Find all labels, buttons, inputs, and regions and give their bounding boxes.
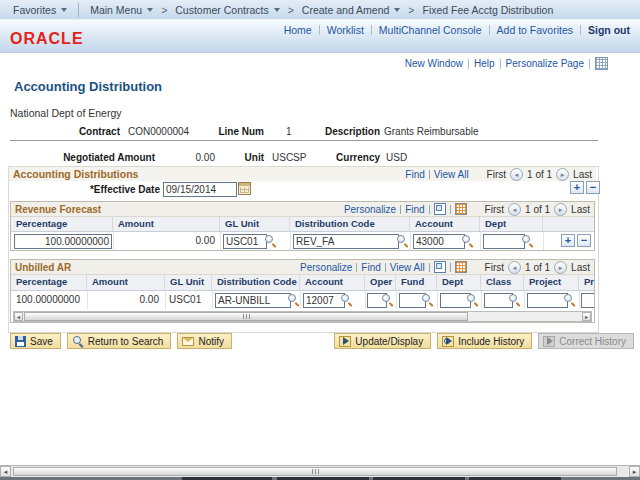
personalize-link[interactable]: Personalize	[300, 262, 352, 273]
lookup-magnifier-icon[interactable]	[288, 294, 300, 306]
home-link[interactable]: Home	[284, 24, 312, 36]
peoplesoft-window: Favorites Main Menu > Customer Contracts…	[0, 0, 640, 480]
lookup-magnifier-icon[interactable]	[341, 294, 353, 306]
update-display-icon	[339, 336, 351, 347]
scrollbar-thumb[interactable]	[24, 312, 468, 321]
chevron-down-icon	[274, 8, 280, 12]
view-all-link[interactable]: View All	[390, 262, 425, 273]
personalize-page-link[interactable]: Personalize Page	[506, 58, 584, 69]
save-icon	[15, 336, 26, 347]
last-label: Last	[571, 204, 590, 215]
lookup-magnifier-icon[interactable]	[422, 294, 434, 306]
scroll-right-icon[interactable]: ▸	[629, 466, 640, 477]
unbilled-prod-input[interactable]	[581, 293, 595, 308]
next-row-icon[interactable]: ▸	[556, 168, 569, 181]
add-row-button[interactable]: +	[570, 181, 584, 194]
zoom-popup-icon[interactable]	[434, 261, 446, 273]
col-header-project: Project	[524, 275, 579, 290]
next-row-icon[interactable]: ▸	[554, 203, 567, 216]
unbilled-percentage-value: 100.00000000	[16, 292, 80, 308]
notify-button[interactable]: Notify	[177, 333, 232, 349]
prev-row-icon[interactable]: ◂	[510, 168, 523, 181]
revenue-percentage-input[interactable]	[14, 234, 112, 249]
personalize-link[interactable]: Personalize	[344, 204, 396, 215]
lookup-magnifier-icon[interactable]	[265, 235, 277, 247]
delete-row-button[interactable]: −	[577, 234, 591, 247]
revenue-distribution-code-input[interactable]	[293, 234, 399, 249]
unbilled-distribution-code-input[interactable]	[215, 293, 291, 308]
divider	[400, 205, 401, 214]
negotiated-amount-label: Negotiated Amount	[20, 152, 155, 163]
page-utility-links: New Window Help Personalize Page	[405, 57, 608, 70]
grid-title: Unbilled AR	[15, 262, 71, 273]
find-link[interactable]: Find	[361, 262, 380, 273]
download-grid-icon[interactable]	[455, 261, 467, 273]
unbilled-account-input[interactable]	[303, 293, 345, 308]
download-grid-icon[interactable]	[455, 203, 467, 215]
return-to-search-button[interactable]: Return to Search	[67, 333, 172, 349]
calendar-icon[interactable]	[238, 182, 251, 195]
divider	[468, 59, 469, 69]
description-value: Grants Reimbursable	[384, 126, 478, 137]
scrollbar-thumb[interactable]	[13, 467, 617, 476]
col-header-distribution-code: Distribution Code	[290, 217, 410, 231]
portal-links: Home Worklist MultiChannel Console Add t…	[284, 24, 630, 36]
revenue-gl-unit-input[interactable]	[223, 234, 267, 249]
include-history-button[interactable]: Include History	[437, 333, 532, 349]
col-header-distribution-code: Distribution Code	[212, 275, 300, 290]
prev-row-icon[interactable]: ◂	[508, 261, 521, 274]
view-all-link[interactable]: View All	[434, 169, 469, 180]
contract-label: Contract	[38, 126, 120, 137]
add-row-button[interactable]: +	[561, 234, 575, 247]
scroll-left-icon[interactable]: ◂	[0, 466, 11, 477]
revenue-dept-input[interactable]	[483, 234, 525, 249]
lookup-magnifier-icon[interactable]	[509, 294, 521, 306]
chevron-down-icon	[394, 8, 400, 12]
line-num-value: 1	[286, 126, 292, 137]
help-link[interactable]: Help	[474, 58, 495, 69]
lookup-magnifier-icon[interactable]	[397, 235, 409, 247]
save-button[interactable]: Save	[10, 333, 61, 349]
find-link[interactable]: Find	[405, 169, 424, 180]
effective-date-label: *Effective Date	[40, 184, 160, 195]
col-header-class: Class	[481, 275, 524, 290]
layout-grid-icon[interactable]	[595, 57, 608, 70]
first-label: First	[485, 262, 504, 273]
lookup-magnifier-icon[interactable]	[462, 235, 474, 247]
breadcrumb-customer-contracts[interactable]: Customer Contracts	[170, 4, 284, 16]
revenue-account-input[interactable]	[413, 234, 465, 249]
scrollbar-grip	[243, 314, 250, 319]
divider	[78, 3, 79, 17]
lookup-magnifier-icon[interactable]	[522, 235, 534, 247]
favorites-menu[interactable]: Favorites	[8, 4, 72, 16]
table-row: 0.00 + −	[11, 232, 594, 251]
unbilled-ar-header: Unbilled AR Personalize Find View All Fi…	[11, 260, 594, 275]
zoom-popup-icon[interactable]	[434, 203, 446, 215]
unit-label: Unit	[198, 152, 264, 163]
multichannel-console-link[interactable]: MultiChannel Console	[379, 24, 482, 36]
effective-date-input[interactable]	[163, 182, 237, 197]
grid-horizontal-scrollbar[interactable]: ◂ ▸	[13, 311, 592, 322]
last-label: Last	[571, 262, 590, 273]
section-nav: Find View All First ◂ 1 of 1 ▸ Last	[405, 168, 592, 181]
lookup-magnifier-icon[interactable]	[382, 294, 394, 306]
scroll-right-icon[interactable]: ▸	[582, 312, 591, 321]
breadcrumb-create-and-amend[interactable]: Create and Amend	[297, 4, 406, 16]
delete-row-button[interactable]: −	[586, 181, 600, 194]
main-menu[interactable]: Main Menu	[85, 4, 158, 16]
next-row-icon[interactable]: ▸	[554, 261, 567, 274]
unbilled-project-input[interactable]	[527, 293, 568, 308]
lookup-magnifier-icon[interactable]	[467, 294, 479, 306]
divider	[319, 25, 320, 35]
prev-row-icon[interactable]: ◂	[508, 203, 521, 216]
page-horizontal-scrollbar[interactable]: ◂ ▸	[0, 465, 640, 477]
sign-out-link[interactable]: Sign out	[588, 24, 630, 36]
add-to-favorites-link[interactable]: Add to Favorites	[497, 24, 573, 36]
worklist-link[interactable]: Worklist	[327, 24, 364, 36]
new-window-link[interactable]: New Window	[405, 58, 463, 69]
divider	[10, 140, 598, 141]
update-display-button[interactable]: Update/Display	[334, 333, 431, 349]
scroll-left-icon[interactable]: ◂	[14, 312, 23, 321]
find-link[interactable]: Find	[405, 204, 424, 215]
lookup-magnifier-icon[interactable]	[564, 294, 576, 306]
